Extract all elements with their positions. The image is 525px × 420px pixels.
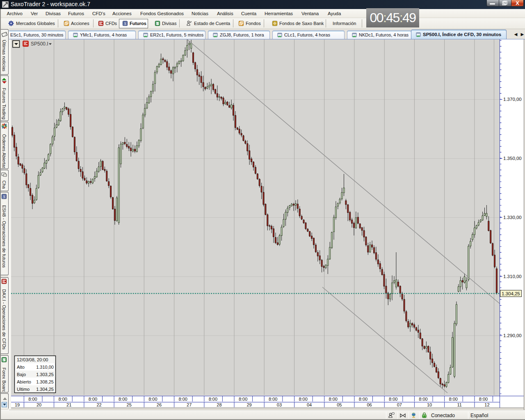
svg-text:8:00: 8:00 — [58, 397, 67, 402]
svg-text:8:00: 8:00 — [178, 397, 187, 402]
svg-text:1.304,25: 1.304,25 — [502, 291, 520, 296]
svg-text:03: 03 — [277, 402, 282, 407]
svg-text:28: 28 — [217, 402, 221, 407]
svg-text:8:00: 8:00 — [89, 397, 97, 402]
svg-text:SP500.I: SP500.I — [31, 41, 48, 47]
svg-text:8:00: 8:00 — [419, 397, 427, 402]
svg-text:1.370,00: 1.370,00 — [503, 97, 522, 102]
svg-text:25: 25 — [127, 402, 132, 407]
svg-text:11: 11 — [457, 402, 461, 407]
svg-text:$: $ — [156, 22, 158, 26]
svg-text:05: 05 — [337, 402, 342, 407]
svg-text:1.303,25: 1.303,25 — [36, 372, 54, 377]
svg-text:Bajo: Bajo — [17, 372, 26, 377]
svg-text:1.330,00: 1.330,00 — [503, 215, 522, 220]
svg-text:1.308,25: 1.308,25 — [36, 379, 54, 384]
svg-text:21: 21 — [66, 402, 71, 407]
svg-text:8:00: 8:00 — [449, 397, 457, 402]
svg-text:8:00: 8:00 — [329, 397, 338, 402]
svg-text:S: S — [124, 21, 126, 26]
svg-text:10: 10 — [427, 402, 432, 407]
svg-text:8:00: 8:00 — [148, 397, 157, 402]
svg-text:Abierto: Abierto — [17, 379, 31, 384]
svg-text:8:00: 8:00 — [119, 397, 127, 402]
svg-text:8:00: 8:00 — [269, 397, 277, 402]
svg-text:12/03/08, 20:00: 12/03/08, 20:00 — [17, 357, 48, 362]
svg-text:8:00: 8:00 — [359, 397, 368, 402]
svg-text:8:00: 8:00 — [389, 397, 397, 402]
svg-text:04: 04 — [307, 402, 312, 407]
svg-text:1.310,00: 1.310,00 — [36, 365, 54, 370]
svg-text:Ultimo: Ultimo — [17, 387, 30, 392]
svg-text:22: 22 — [96, 402, 101, 407]
svg-text:8:00: 8:00 — [239, 397, 247, 402]
svg-text:8:00: 8:00 — [479, 397, 488, 402]
svg-text:19: 19 — [15, 402, 20, 407]
svg-text:20: 20 — [37, 402, 41, 407]
svg-text:12: 12 — [484, 402, 489, 407]
svg-text:1.350,00: 1.350,00 — [503, 156, 522, 161]
svg-text:S: S — [3, 194, 5, 199]
svg-text:8:00: 8:00 — [299, 397, 307, 402]
svg-text:06: 06 — [367, 402, 372, 407]
svg-text:8:00: 8:00 — [28, 397, 37, 402]
svg-text:26: 26 — [157, 402, 162, 407]
svg-text:1.310,00: 1.310,00 — [503, 274, 522, 279]
svg-text:27: 27 — [187, 402, 192, 407]
svg-text:$: $ — [3, 358, 5, 362]
svg-text:29: 29 — [247, 402, 251, 407]
svg-text:07: 07 — [397, 402, 402, 407]
svg-text:8:00: 8:00 — [209, 397, 217, 402]
svg-text:Alto: Alto — [17, 365, 25, 370]
svg-text:1.290,00: 1.290,00 — [503, 333, 522, 338]
svg-text:1.304,25: 1.304,25 — [36, 387, 54, 392]
